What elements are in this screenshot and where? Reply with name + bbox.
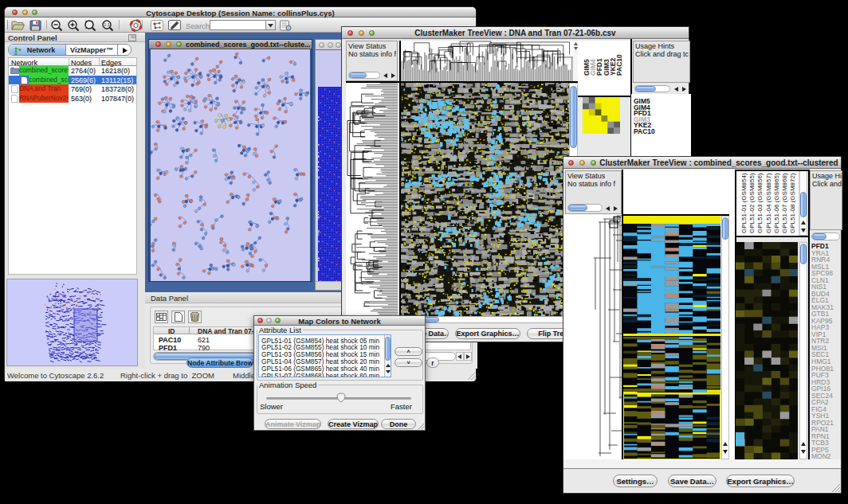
svg-text:1:1: 1:1 (104, 22, 110, 27)
